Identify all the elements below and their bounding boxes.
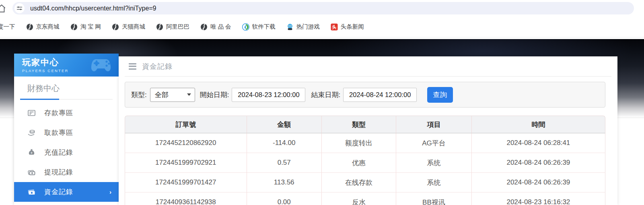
end-date-label: 結束日期:: [311, 90, 340, 99]
table-cell: -114.00: [247, 133, 322, 153]
sidebar-item-wallet[interactable]: 提現記錄: [14, 162, 119, 182]
globe-icon: [70, 23, 78, 31]
bookmark-label: 天猫商城: [122, 23, 145, 31]
bookmark-item[interactable]: 唯 品 会: [200, 23, 231, 31]
gamepad-icon: [91, 56, 114, 74]
globe-icon: [26, 23, 33, 31]
section-underline: [20, 99, 113, 100]
cash-notes-icon: [27, 188, 36, 196]
table-cell: 优惠: [322, 153, 396, 173]
site-settings-icon[interactable]: [14, 3, 25, 13]
table-cell: 0.57: [247, 153, 322, 173]
sidebar-item-deposit-card[interactable]: 存款專區: [14, 103, 119, 123]
globe-icon: [200, 23, 208, 31]
sidebar-item-money-bag[interactable]: ¥ 充值記錄: [14, 143, 119, 162]
sidebar-item-cash-notes[interactable]: 資金記錄 ›: [14, 182, 119, 202]
bookmark-item[interactable]: 京东商城: [26, 23, 60, 31]
table-cell: 1724409361142938: [125, 193, 247, 205]
start-date-label: 開始日期:: [200, 90, 229, 99]
bookmark-label: 度一下: [0, 23, 15, 31]
table-row: 17244093611429380.00反水BB视讯2024-08-23 16:…: [125, 193, 605, 205]
bookmark-label: 淘 宝 网: [80, 23, 101, 31]
bookmark-label: 软件下载: [252, 23, 276, 31]
table-cell: 额度转出: [322, 133, 396, 153]
table-cell: 0.00: [247, 193, 322, 205]
bookmark-label: 京东商城: [36, 23, 60, 31]
funds-record-table: 訂單號金額類型項目時間 1724452120862920-114.00额度转出A…: [125, 116, 605, 205]
chevron-right-icon: ›: [109, 188, 111, 195]
filter-bar: 類型: 全部 開始日期: 結束日期: 查詢: [125, 82, 605, 108]
bookmark-item[interactable]: 淘 宝 网: [70, 23, 101, 31]
sidebar-item-label: 存款專區: [44, 108, 73, 118]
table-cell: 113.56: [247, 173, 322, 193]
content-header: 資金記錄: [125, 56, 611, 77]
table-row: 1724452120862920-114.00额度转出AG平台2024-08-2…: [125, 133, 605, 153]
game-robot-icon: [286, 23, 294, 31]
withdraw-hand-icon: [27, 128, 36, 137]
bookmark-label: 唯 品 会: [210, 23, 231, 31]
sidebar-item-label: 提現記錄: [44, 168, 73, 177]
start-date-input[interactable]: [232, 88, 305, 102]
globe-icon: [156, 23, 163, 31]
screen: usdt04.com/hhcp/usercenter.html?iniType=…: [0, 0, 644, 205]
sidebar: 玩家中心 PLAYERS CENTER 財務中心 存款專區 取款專區 ¥ 充值記…: [14, 54, 119, 205]
table-cell: 在线存款: [322, 173, 396, 193]
globe-icon: [112, 23, 119, 31]
column-header: 金額: [247, 116, 322, 133]
table-cell: 系统: [396, 173, 472, 193]
download-drop-icon: [242, 23, 249, 31]
table-row: 17244519997029210.57优惠系统2024-08-24 06:26…: [125, 153, 605, 173]
svg-text:头: 头: [332, 25, 336, 29]
players-center-header: 玩家中心 PLAYERS CENTER: [14, 54, 119, 77]
table-cell: AG平台: [396, 133, 472, 153]
table-cell: 2024-08-24 06:26:39: [472, 153, 605, 173]
wallet-icon: [27, 168, 36, 176]
svg-text:¥: ¥: [31, 151, 33, 154]
money-bag-icon: ¥: [27, 148, 36, 157]
sidebar-item-label: 取款專區: [44, 128, 73, 137]
sidebar-item-withdraw-hand[interactable]: 取款專區: [14, 123, 119, 143]
table-cell: 2024-08-24 06:28:41: [472, 133, 605, 153]
table-cell: 2024-08-24 06:26:39: [472, 173, 605, 193]
bookmark-item[interactable]: 热门游戏: [286, 23, 320, 31]
bookmark-label: 头条新闻: [341, 23, 364, 31]
bookmark-item[interactable]: 天猫商城: [112, 23, 145, 31]
table-cell: 2024-08-23 16:16:32: [472, 193, 605, 205]
finance-section-title: 財務中心: [27, 83, 119, 94]
table-cell: 1724452120862920: [125, 133, 247, 153]
table-row: 1724451999701427113.56在线存款系统2024-08-24 0…: [125, 173, 605, 193]
url-text[interactable]: usdt04.com/hhcp/usercenter.html?iniType=…: [30, 5, 156, 12]
end-date-input[interactable]: [343, 88, 417, 102]
type-select-value: 全部: [155, 90, 169, 99]
table-cell: 1724451999702921: [125, 153, 247, 173]
browser-toolbar: usdt04.com/hhcp/usercenter.html?iniType=…: [0, 0, 644, 17]
table-cell: 系统: [396, 153, 472, 173]
page-title: 資金記錄: [142, 62, 173, 71]
column-header: 時間: [472, 116, 605, 133]
deposit-card-icon: [27, 109, 36, 117]
table-header-row: 訂單號金額類型項目時間: [125, 116, 605, 133]
sidebar-menu: 存款專區 取款專區 ¥ 充值記錄 提現記錄 資金記錄 ›: [14, 103, 119, 202]
hamburger-icon[interactable]: [129, 63, 136, 70]
bookmark-item[interactable]: 阿里巴巴: [156, 23, 189, 31]
type-select[interactable]: 全部: [150, 88, 195, 102]
bookmark-label: 热门游戏: [296, 23, 320, 31]
bookmark-label: 阿里巴巴: [166, 23, 189, 31]
type-label: 類型:: [131, 90, 147, 99]
chevron-down-icon: [187, 93, 191, 96]
sidebar-item-label: 充值記錄: [44, 148, 73, 157]
column-header: 項目: [396, 116, 472, 133]
table-cell: 反水: [322, 193, 396, 205]
sidebar-item-label: 資金記錄: [44, 187, 73, 197]
toutiao-icon: 头: [331, 23, 338, 31]
column-header: 訂單號: [125, 116, 247, 133]
bookmark-item[interactable]: 头 头条新闻: [331, 23, 364, 31]
bookmarks-bar: 度一下 京东商城 淘 宝 网 天猫商城 阿里巴巴 唯 品 会 软件下载: [0, 17, 644, 37]
bookmark-item[interactable]: 度一下: [0, 23, 15, 31]
address-bar[interactable]: usdt04.com/hhcp/usercenter.html?iniType=…: [12, 2, 634, 14]
main-panel: 資金記錄 類型: 全部 開始日期: 結束日期: 查詢 訂單號金額類型項目時間 1…: [119, 56, 617, 205]
home-icon[interactable]: [0, 3, 7, 14]
table-cell: 1724451999701427: [125, 173, 247, 193]
search-button[interactable]: 查詢: [427, 87, 453, 103]
bookmark-item[interactable]: 软件下载: [242, 23, 276, 31]
